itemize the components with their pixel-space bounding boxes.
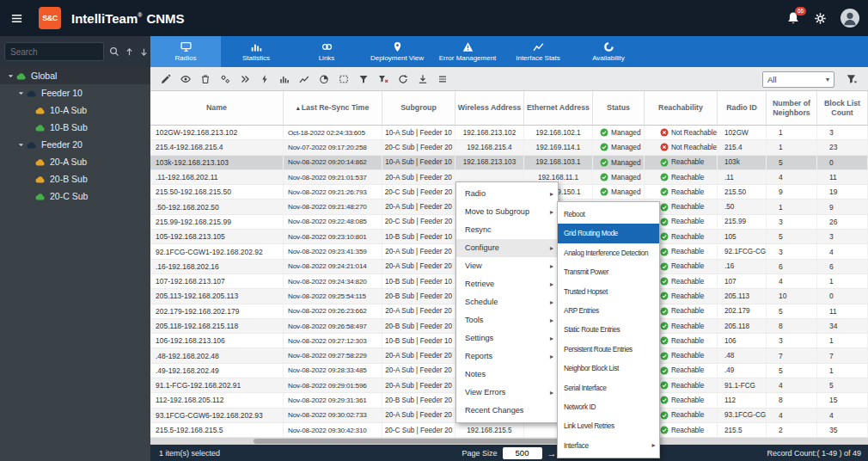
- submenu-arrow-icon: ▸: [550, 329, 553, 347]
- search-prev-icon[interactable]: [125, 47, 134, 57]
- submenu-item-interface[interactable]: Interface▸: [558, 436, 659, 455]
- menu-item-move-to-subgroup[interactable]: Move to Subgroup▸: [456, 203, 558, 221]
- table-row[interactable]: 103k-192.168.213.103Nov-08-2022 09:20:14…: [150, 156, 868, 170]
- pie-chart-icon[interactable]: [315, 71, 332, 87]
- tree-item-20-c-sub[interactable]: 20-C Sub: [0, 187, 150, 205]
- cell-resync: Nov-08-2022 09:20:14:862: [284, 156, 382, 169]
- table-row[interactable]: 102GW-192.168.213.102Oct-18-2022 02:24:3…: [150, 126, 868, 140]
- column-header-subgroup[interactable]: Subgroup: [382, 91, 455, 125]
- selection-box-icon[interactable]: [335, 71, 351, 87]
- caret-down-icon[interactable]: [15, 141, 26, 149]
- column-header-name[interactable]: Name: [150, 91, 284, 125]
- filter-select[interactable]: All ▾: [762, 71, 834, 88]
- cell-name: 92.1FCG-CGW1-192.168.202.92: [150, 244, 284, 258]
- arrow-right-icon[interactable]: →: [547, 448, 557, 458]
- tree-item-global[interactable]: Global: [0, 67, 150, 84]
- menu-item-radio[interactable]: Radio▸: [456, 185, 558, 203]
- cell-name: 105-192.168.213.105: [150, 230, 284, 243]
- search-icon[interactable]: [109, 46, 119, 57]
- submenu-item-neighbor-block-list[interactable]: Neighbor Block List: [558, 359, 659, 378]
- menu-item-recent-changes[interactable]: Recent Changes: [456, 402, 558, 420]
- search-input[interactable]: [4, 42, 104, 61]
- search-next-icon[interactable]: [139, 47, 149, 57]
- error-management-icon: [462, 41, 474, 52]
- submenu-item-static-route-entries[interactable]: Static Route Entries: [558, 320, 659, 339]
- column-header-status[interactable]: Status: [593, 91, 645, 125]
- submenu-item-grid-routing-mode[interactable]: Grid Routing Mode: [558, 224, 659, 243]
- delete-icon[interactable]: [197, 71, 213, 87]
- submenu-item-serial-interface[interactable]: Serial Interface: [558, 378, 659, 397]
- notifications-bell-icon[interactable]: 66: [786, 11, 800, 25]
- menu-item-reports[interactable]: Reports▸: [456, 347, 558, 366]
- cell-radio_id: .16: [718, 260, 767, 274]
- export-icon[interactable]: [414, 71, 431, 87]
- menu-item-tools[interactable]: Tools▸: [456, 311, 558, 329]
- tree-item-feeder-10[interactable]: Feeder 10: [0, 84, 150, 101]
- tree-item-feeder-20[interactable]: Feeder 20: [0, 136, 150, 153]
- column-header-block[interactable]: Block List Count: [817, 91, 868, 125]
- column-header-ethernet[interactable]: Ethernet Address: [524, 91, 593, 125]
- page-size-input[interactable]: [503, 447, 542, 459]
- menu-item-view-errors[interactable]: View Errors▸: [456, 384, 558, 402]
- submenu-item-transmit-power[interactable]: Transmit Power: [558, 262, 659, 281]
- tree-item-20-a-sub[interactable]: 20-A Sub: [0, 153, 150, 170]
- filter-icon[interactable]: [355, 71, 371, 87]
- cell-resync: Nov-08-2022 09:23:10:801: [284, 230, 382, 243]
- caret-down-icon[interactable]: [15, 89, 26, 97]
- menu-item-notes[interactable]: Notes: [456, 366, 558, 384]
- menu-item-retrieve[interactable]: Retrieve▸: [456, 275, 558, 293]
- caret-down-icon[interactable]: [5, 72, 15, 80]
- tab-links[interactable]: Links: [291, 36, 362, 67]
- expand-chevrons-icon[interactable]: [236, 71, 253, 87]
- column-header-wireless[interactable]: Wireless Address: [455, 91, 524, 125]
- tree-item-10-a-sub[interactable]: 10-A Sub: [0, 101, 150, 119]
- horizontal-scrollbar[interactable]: [150, 438, 868, 445]
- submenu-item-network-id[interactable]: Network ID: [558, 397, 659, 416]
- submenu-item-link-level-retries[interactable]: Link Level Retries: [558, 416, 659, 435]
- submenu-item-trusted-hopset[interactable]: Trusted Hopset: [558, 282, 659, 301]
- edit-icon[interactable]: [157, 71, 174, 87]
- table-row[interactable]: 215.4-192.168.215.4Nov-07-2022 09:17:20:…: [150, 140, 868, 155]
- cell-block: 7: [817, 348, 868, 362]
- tab-statistics[interactable]: Statistics: [221, 36, 291, 67]
- table-row[interactable]: 215.5-192.168.215.5Nov-08-2022 09:30:42:…: [150, 423, 868, 438]
- submenu-item-arp-entries[interactable]: ARP Entries: [558, 301, 659, 320]
- menu-item-schedule[interactable]: Schedule▸: [456, 293, 558, 311]
- column-header-resync[interactable]: ▴Last Re-Sync Time: [284, 91, 382, 125]
- cell-block: 9: [817, 200, 868, 213]
- column-header-reach[interactable]: Reachability: [645, 91, 718, 125]
- menu-item-settings[interactable]: Settings▸: [456, 329, 558, 347]
- quick-action-icon[interactable]: [256, 71, 272, 87]
- tree-item-10-b-sub[interactable]: 10-B Sub: [0, 119, 150, 136]
- tree-item-20-b-sub[interactable]: 20-B Sub: [0, 170, 150, 187]
- refresh-icon[interactable]: [394, 71, 411, 87]
- menu-hamburger-icon[interactable]: [10, 12, 23, 25]
- tab-deployment-view[interactable]: Deployment View: [362, 36, 432, 67]
- actions-gears-icon[interactable]: [217, 71, 233, 87]
- cell-wireless: 192.168.215.4: [455, 140, 524, 154]
- menu-item-view[interactable]: View▸: [456, 257, 558, 275]
- view-icon[interactable]: [177, 71, 193, 87]
- cell-radio_id: 112: [718, 393, 767, 407]
- submenu-item-reboot[interactable]: Reboot: [558, 205, 659, 224]
- clear-filter-icon[interactable]: [375, 71, 391, 87]
- columns-list-icon[interactable]: [434, 71, 450, 87]
- menu-item-configure[interactable]: Configure▸: [456, 239, 558, 257]
- submenu-item-persistent-route-entries[interactable]: Persistent Route Entries: [558, 340, 659, 359]
- cell-resync: Nov-08-2022 09:25:54:115: [284, 289, 382, 303]
- cell-block: 23: [817, 140, 868, 154]
- tab-availability[interactable]: Availability: [573, 36, 644, 67]
- cell-ethernet: 192.168.103.1: [524, 156, 593, 169]
- column-header-radio_id[interactable]: Radio ID: [718, 91, 767, 125]
- menu-item-resync[interactable]: Resync: [456, 221, 558, 239]
- trend-chart-icon[interactable]: [296, 71, 312, 87]
- submenu-item-analog-interference-detection[interactable]: Analog Interference Detection: [558, 243, 659, 262]
- column-header-neighbors[interactable]: Number of Neighbors: [767, 91, 817, 125]
- column-filter-icon[interactable]: [843, 71, 859, 88]
- user-avatar[interactable]: [840, 9, 859, 28]
- settings-gear-icon[interactable]: [814, 12, 827, 25]
- tab-radios[interactable]: Radios: [150, 36, 221, 67]
- bar-chart-icon[interactable]: [276, 71, 292, 87]
- tab-interface-stats[interactable]: Interface Stats: [503, 36, 573, 67]
- tab-error-management[interactable]: Error Management: [432, 36, 503, 67]
